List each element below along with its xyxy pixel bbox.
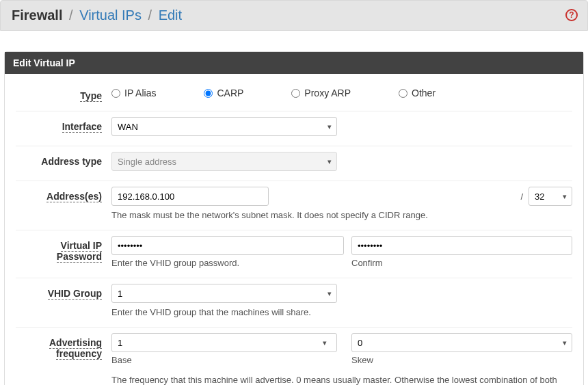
- edit-virtual-ip-panel: Edit Virtual IP Type IP Alias CARP: [4, 51, 584, 385]
- row-advertising-frequency: Advertisingfrequency 1 Base 0 Skew The f…: [16, 328, 572, 385]
- subnet-mask-select[interactable]: 32: [529, 187, 572, 206]
- vhid-group-select[interactable]: 1: [111, 284, 337, 303]
- panel-title: Edit Virtual IP: [5, 52, 583, 74]
- help-icon[interactable]: ?: [565, 9, 578, 21]
- row-vhid-group: VHID Group 1 Enter the VHID group that t…: [16, 278, 572, 328]
- help-password-confirm: Confirm: [351, 258, 572, 268]
- radio-carp-input[interactable]: [204, 89, 213, 98]
- breadcrumb-link-virtual-ips[interactable]: Virtual IPs: [79, 8, 142, 23]
- row-address-type: Address type Single address: [16, 146, 572, 181]
- label-type: Type: [16, 86, 111, 101]
- label-vhid-group: VHID Group: [16, 284, 111, 299]
- label-addresses: Address(es): [16, 187, 111, 202]
- interface-select[interactable]: WAN: [111, 117, 337, 136]
- breadcrumb-sep: /: [66, 8, 76, 23]
- breadcrumb-root: Firewall: [12, 8, 62, 23]
- password-input[interactable]: [111, 236, 344, 255]
- breadcrumb-sep: /: [146, 8, 155, 23]
- radio-carp[interactable]: CARP: [204, 88, 243, 98]
- help-address: The mask must be the network's subnet ma…: [111, 210, 572, 220]
- help-adv-skew: Skew: [351, 355, 572, 365]
- row-addresses: Address(es) / 32 The mask must be the ne…: [16, 181, 572, 230]
- label-advertising-frequency: Advertisingfrequency: [16, 333, 111, 359]
- row-type: Type IP Alias CARP Proxy ARP: [16, 81, 572, 111]
- address-input[interactable]: [111, 187, 269, 206]
- help-password: Enter the VHID group password.: [111, 258, 332, 268]
- radio-ip-alias[interactable]: IP Alias: [111, 88, 156, 98]
- radio-proxy-arp[interactable]: Proxy ARP: [291, 88, 351, 98]
- radio-ip-alias-input[interactable]: [111, 89, 120, 98]
- adv-skew-select[interactable]: 0: [351, 333, 572, 352]
- radio-proxy-arp-input[interactable]: [291, 89, 300, 98]
- radio-other-input[interactable]: [399, 89, 407, 98]
- row-vip-password: Virtual IP Password Enter the VHID group…: [16, 230, 572, 278]
- breadcrumb-link-edit[interactable]: Edit: [159, 8, 182, 23]
- row-interface: Interface WAN: [16, 111, 572, 146]
- address-type-select: Single address: [111, 152, 337, 171]
- help-adv-full: The frequency that this machine will adv…: [111, 375, 572, 385]
- help-adv-base: Base: [111, 355, 332, 365]
- label-vip-password: Virtual IP Password: [16, 236, 111, 262]
- radio-other[interactable]: Other: [399, 88, 436, 98]
- label-interface: Interface: [16, 117, 111, 132]
- help-vhid: Enter the VHID group that the machines w…: [111, 307, 572, 317]
- password-confirm-input[interactable]: [351, 236, 572, 255]
- label-address-type: Address type: [16, 152, 111, 167]
- adv-base-select[interactable]: 1: [111, 333, 337, 352]
- page-header: Firewall / Virtual IPs / Edit ?: [0, 0, 588, 31]
- slash-label: /: [520, 191, 523, 202]
- breadcrumb: Firewall / Virtual IPs / Edit: [12, 8, 182, 23]
